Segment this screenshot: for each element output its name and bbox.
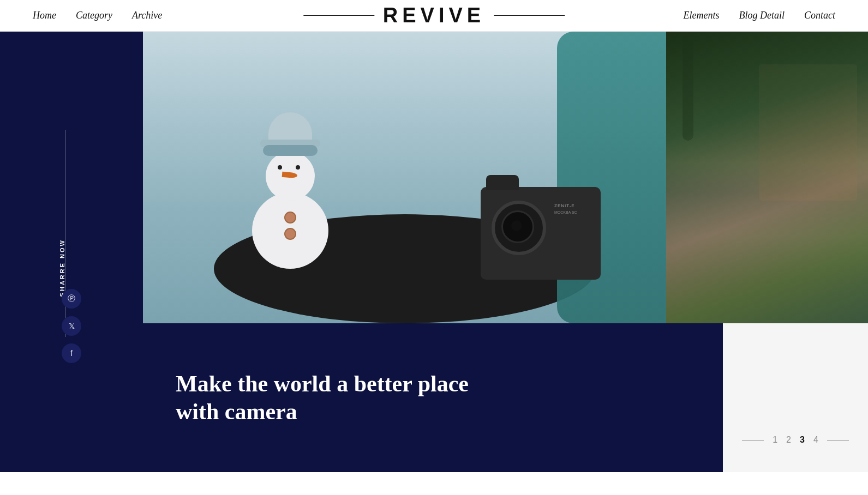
logo-wrap: REVIVE: [303, 4, 565, 27]
page-1[interactable]: 1: [773, 435, 777, 445]
page-3[interactable]: 3: [800, 435, 805, 445]
hero-title: Make the world a better place with camer…: [176, 370, 503, 425]
facebook-button[interactable]: f: [62, 343, 81, 363]
nav-right: ElementsBlog DetailContact: [684, 10, 835, 21]
nav-archive[interactable]: Archive: [132, 10, 162, 21]
hero-main-image: ZENIT-E MOCKBA SC: [143, 32, 666, 323]
bottom-right: 1 2 3 4: [723, 323, 868, 472]
nav-contact[interactable]: Contact: [804, 10, 835, 21]
hero-area: ZENIT-E MOCKBA SC Make the world a bette…: [143, 32, 868, 472]
hero-side-image: [666, 32, 868, 323]
page-4[interactable]: 4: [813, 435, 818, 445]
main-layout: SHARRE NOW Ⓟ 𝕏 f: [0, 32, 868, 472]
logo-line-right: [494, 15, 565, 16]
bottom-dark: Make the world a better place with camer…: [143, 323, 723, 472]
prev-arrow[interactable]: [742, 440, 764, 440]
pagination: 1 2 3 4: [742, 435, 849, 445]
bottom-section: Make the world a better place with camer…: [143, 323, 868, 472]
nav-category[interactable]: Category: [76, 10, 112, 21]
header: HomeCategoryArchive REVIVE ElementsBlog …: [0, 0, 868, 32]
nav-left: HomeCategoryArchive: [33, 10, 162, 21]
next-arrow[interactable]: [827, 440, 849, 440]
social-icons: Ⓟ 𝕏 f: [62, 289, 81, 363]
hero-images: ZENIT-E MOCKBA SC: [143, 32, 868, 323]
next-arrow-line: [827, 440, 849, 440]
pinterest-button[interactable]: Ⓟ: [62, 289, 81, 309]
nav-elements[interactable]: Elements: [684, 10, 720, 21]
site-logo[interactable]: REVIVE: [383, 4, 485, 27]
twitter-button[interactable]: 𝕏: [62, 316, 81, 336]
logo-line-left: [303, 15, 374, 16]
share-label: SHARRE NOW: [59, 239, 65, 297]
sidebar: SHARRE NOW Ⓟ 𝕏 f: [0, 32, 143, 472]
page-2[interactable]: 2: [786, 435, 791, 445]
prev-arrow-line: [742, 440, 764, 440]
nav-blog-detail[interactable]: Blog Detail: [739, 10, 785, 21]
nav-home[interactable]: Home: [33, 10, 56, 21]
